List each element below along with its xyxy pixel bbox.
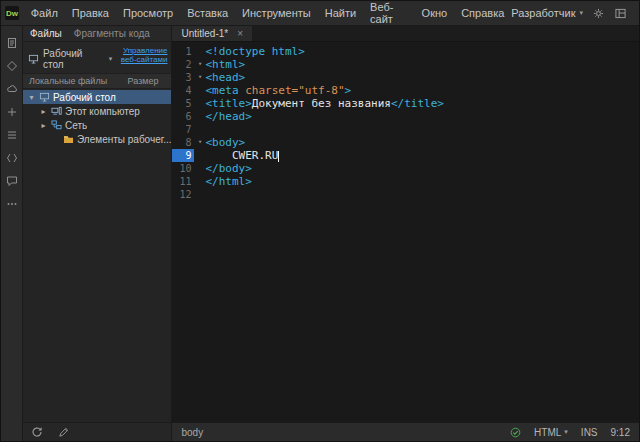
- code-text: <body>: [205, 136, 245, 149]
- menu-find[interactable]: Найти: [318, 7, 363, 19]
- site-selector-value: Рабочий стол: [43, 48, 105, 70]
- doc-type-selector[interactable]: HTML ▾: [534, 427, 568, 438]
- expander-icon[interactable]: ▸: [39, 121, 48, 130]
- code-text: </html>: [205, 175, 251, 188]
- statusbar-right: HTML ▾ INS 9:12: [510, 427, 630, 438]
- expander-icon[interactable]: ▾: [27, 93, 36, 102]
- behaviors-icon[interactable]: [6, 173, 18, 185]
- left-toolbar: [1, 26, 23, 441]
- line-number: 12: [172, 188, 194, 201]
- document-tabbar: Untitled-1*×: [172, 26, 639, 42]
- app-logo-icon: Dw: [5, 6, 19, 20]
- menu-tools[interactable]: Инструменты: [235, 7, 318, 19]
- menu-view[interactable]: Просмотр: [116, 7, 180, 19]
- fold-gutter: [194, 162, 205, 175]
- workspace-switcher[interactable]: Разработчик ▾: [511, 7, 583, 19]
- doc-type-label: HTML: [534, 427, 561, 438]
- menu-site[interactable]: Веб-сайт: [363, 1, 415, 25]
- menu-window[interactable]: Окно: [415, 7, 455, 19]
- tree-item-network[interactable]: ▸Сеть: [23, 118, 171, 132]
- tree-item-label: Сеть: [65, 120, 87, 131]
- panel-tab-files[interactable]: Файлы: [30, 28, 62, 39]
- code-text: </body>: [205, 162, 251, 175]
- site-selector[interactable]: Рабочий стол ▾: [28, 46, 112, 70]
- manage-sites-link[interactable]: Управление веб-сайтами: [112, 46, 167, 64]
- tree-item-desktop-elements[interactable]: Элементы рабочег...: [23, 132, 171, 146]
- menu-insert[interactable]: Вставка: [180, 7, 235, 19]
- line-number: 5: [172, 97, 194, 110]
- tree-item-desktop[interactable]: ▾Рабочий стол: [23, 90, 171, 104]
- chevron-down-icon: ▾: [579, 9, 583, 17]
- code-line: 11</html>: [172, 175, 639, 188]
- code-line: 9 CWER.RU: [172, 149, 639, 162]
- more-icon[interactable]: [6, 196, 18, 208]
- code-line: 1<!doctype html>: [172, 45, 639, 58]
- close-icon[interactable]: ×: [237, 29, 243, 39]
- line-number: 3: [172, 71, 194, 84]
- files-panel-footer: [23, 422, 171, 441]
- tree-item-this-computer[interactable]: ▸Этот компьютер: [23, 104, 171, 118]
- site-row: Рабочий стол ▾ Управление веб-сайтами: [23, 42, 171, 73]
- dom-icon[interactable]: [6, 127, 18, 139]
- document-tab[interactable]: Untitled-1*×: [172, 26, 252, 41]
- code-line: 7: [172, 123, 639, 136]
- column-size: Размер: [128, 76, 159, 86]
- code-text: <!doctype html>: [205, 45, 304, 58]
- fold-arrow-icon[interactable]: ▾: [194, 136, 205, 149]
- menubar-right: Разработчик ▾: [511, 7, 639, 19]
- workspace-layout-icon[interactable]: [615, 7, 627, 19]
- code-text: <title>Документ без названия</title>: [205, 97, 443, 110]
- line-number: 6: [172, 110, 194, 123]
- computer-icon: [51, 106, 62, 116]
- code-line: 10</body>: [172, 162, 639, 175]
- file-tree: ▾Рабочий стол▸Этот компьютер▸СетьЭлемент…: [23, 89, 171, 422]
- tag-selector[interactable]: body: [181, 427, 203, 438]
- code-line: 6</head>: [172, 110, 639, 123]
- panel-tab-snippets[interactable]: Фрагменты кода: [74, 28, 150, 39]
- code-text: </head>: [205, 110, 251, 123]
- code-line: 12: [172, 188, 639, 201]
- dreamweaver-window: Dw ФайлПравкаПросмотрВставкаИнструментыН…: [0, 0, 640, 442]
- line-number: 9: [172, 149, 194, 162]
- code-text: <head>: [205, 71, 245, 84]
- code-line: 8▾<body>: [172, 136, 639, 149]
- fold-gutter: [194, 149, 205, 162]
- editor-statusbar: body HTML ▾ INS 9:12: [172, 422, 639, 441]
- desktop-icon: [39, 92, 50, 102]
- code-text: <html>: [205, 58, 245, 71]
- tree-item-label: Рабочий стол: [53, 92, 116, 103]
- text-caret: [278, 151, 279, 162]
- code-text: CWER.RU: [205, 149, 279, 162]
- menu-help[interactable]: Справка: [454, 7, 511, 19]
- fold-gutter: [194, 110, 205, 123]
- folder-icon: [63, 135, 74, 144]
- files-panel: ФайлыФрагменты кода Рабочий стол ▾ Управ…: [23, 26, 172, 441]
- insert-mode-indicator: INS: [581, 427, 598, 438]
- menubar: Dw ФайлПравкаПросмотрВставкаИнструментыН…: [1, 1, 639, 26]
- files-icon[interactable]: [6, 35, 18, 47]
- code-line: 5<title>Документ без названия</title>: [172, 97, 639, 110]
- code-line: 2▾<html>: [172, 58, 639, 71]
- line-number: 11: [172, 175, 194, 188]
- menu-list: ФайлПравкаПросмотрВставкаИнструментыНайт…: [24, 1, 512, 25]
- menu-edit[interactable]: Правка: [65, 7, 116, 19]
- fold-arrow-icon[interactable]: ▾: [194, 58, 205, 71]
- cc-libraries-icon[interactable]: [6, 81, 18, 93]
- assets-icon[interactable]: [6, 58, 18, 70]
- insert-icon[interactable]: [6, 104, 18, 116]
- menu-file[interactable]: Файл: [24, 7, 65, 19]
- file-list-header: Локальные файлы Размер: [23, 73, 171, 89]
- refresh-icon[interactable]: [31, 426, 43, 438]
- gear-icon[interactable]: [593, 7, 605, 19]
- tree-item-label: Этот компьютер: [65, 106, 140, 117]
- desktop-icon: [28, 54, 39, 64]
- cursor-position: 9:12: [611, 427, 630, 438]
- line-number: 4: [172, 84, 194, 97]
- expander-icon[interactable]: ▸: [39, 107, 48, 116]
- code-line: 3▾<head>: [172, 71, 639, 84]
- snippets-icon[interactable]: [6, 150, 18, 162]
- code-editor[interactable]: 1<!doctype html>2▾<html>3▾<head>4<meta c…: [172, 42, 639, 422]
- log-icon[interactable]: [58, 426, 70, 438]
- fold-arrow-icon[interactable]: ▾: [194, 71, 205, 84]
- fold-gutter: [194, 123, 205, 136]
